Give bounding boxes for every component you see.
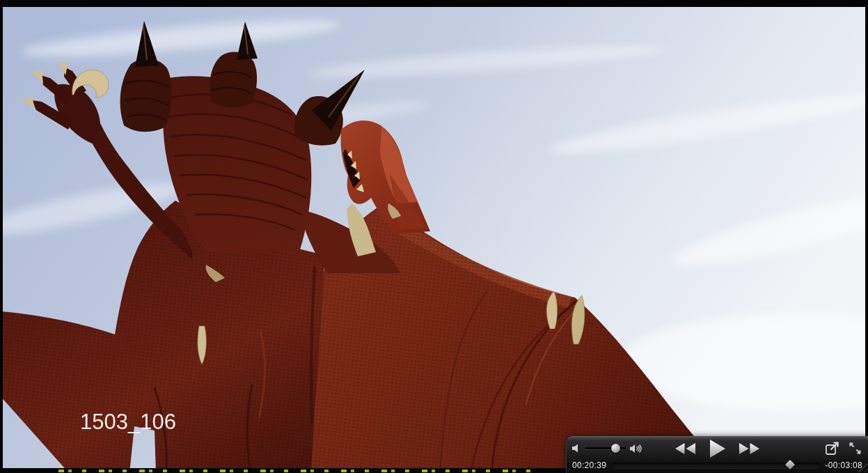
rewind-icon [675, 443, 695, 454]
right-tools [826, 438, 861, 458]
watermark-text: 1503_106 [80, 410, 176, 434]
rewind-button[interactable] [675, 443, 695, 454]
play-icon [709, 440, 725, 458]
window-frame-left [0, 0, 3, 473]
player-control-bar: 00:20:39 -00:03:08 [566, 436, 868, 473]
share-icon[interactable] [826, 442, 839, 455]
video-frame[interactable]: 1503_106 [0, 0, 868, 473]
timeline-row: 00:20:39 -00:03:08 [567, 458, 868, 472]
volume-group [572, 438, 642, 458]
volume-min-icon[interactable] [572, 444, 581, 453]
timeline-scrubber-diamond[interactable] [785, 460, 795, 470]
play-button[interactable] [709, 440, 725, 458]
fast-forward-icon [739, 443, 759, 454]
volume-max-icon[interactable] [630, 444, 642, 453]
remaining-time: -00:03:08 [826, 460, 862, 470]
burnin-text-cropped [58, 470, 532, 472]
volume-slider[interactable] [585, 447, 626, 449]
transport-controls [675, 440, 759, 458]
volume-knob[interactable] [611, 444, 620, 453]
player-window: 1503_106 [0, 0, 868, 473]
fast-forward-button[interactable] [739, 443, 759, 454]
window-resize-grip[interactable] [858, 463, 867, 472]
window-frame-right [865, 0, 868, 473]
fullscreen-icon[interactable] [849, 442, 861, 454]
elapsed-time: 00:20:39 [572, 460, 606, 470]
window-frame-top [0, 0, 868, 7]
timeline-track[interactable] [613, 463, 819, 468]
